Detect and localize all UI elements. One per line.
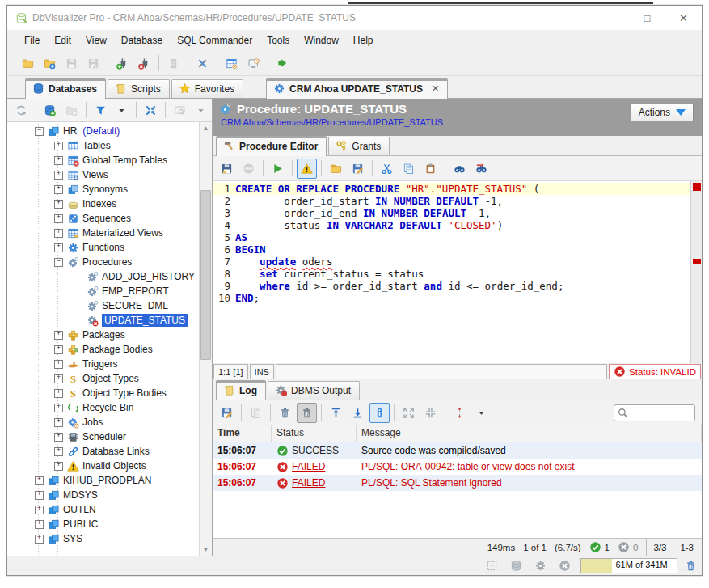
connect-button[interactable]: [112, 53, 133, 74]
expand-icon[interactable]: +: [54, 156, 63, 165]
continue-execution-button[interactable]: [272, 53, 293, 74]
menu-file[interactable]: File: [17, 32, 47, 49]
log-column-message[interactable]: Message: [357, 425, 702, 442]
scroll-to-bottom-button[interactable]: [348, 403, 368, 423]
expand-icon[interactable]: +: [54, 243, 63, 252]
scroll-up-icon[interactable]: ▲: [200, 122, 212, 134]
expand-icon[interactable]: +: [54, 200, 63, 209]
scroll-to-top-button[interactable]: [326, 403, 346, 423]
log-row[interactable]: 15:06:07SUCCESSSource code was compiled/…: [213, 442, 702, 459]
filter-connections-button[interactable]: [91, 100, 111, 121]
expand-icon[interactable]: +: [54, 171, 63, 180]
tree-item-sequences[interactable]: +Sequences: [7, 211, 200, 226]
tab-favorites[interactable]: Favorites: [171, 79, 243, 98]
tree-item-recycle-bin[interactable]: +Recycle Bin: [7, 400, 200, 415]
expand-icon[interactable]: +: [54, 462, 63, 471]
filter-dropdown-button[interactable]: [112, 100, 133, 121]
tree-item-views[interactable]: +Views: [7, 167, 200, 182]
scrollbar-thumb[interactable]: [200, 190, 211, 360]
tree-item-packages[interactable]: +Packages: [7, 328, 200, 342]
tool-properties-button[interactable]: [192, 53, 213, 74]
scroll-down-icon[interactable]: ▼: [200, 544, 212, 556]
export-log-button[interactable]: [217, 403, 237, 423]
menu-tools[interactable]: Tools: [260, 32, 297, 49]
cut-button[interactable]: [377, 159, 397, 179]
expand-icon[interactable]: +: [35, 476, 44, 485]
show-log-details-button[interactable]: [369, 403, 390, 423]
open-file-settings-button[interactable]: [40, 53, 60, 74]
expand-icon[interactable]: +: [35, 506, 44, 514]
tree-scrollbar[interactable]: ▲ ▼: [199, 122, 212, 556]
expand-icon[interactable]: +: [54, 345, 63, 354]
tree-item-scheduler[interactable]: +Scheduler: [7, 429, 200, 444]
toolbar-grip[interactable]: [9, 54, 15, 72]
tree-item-emp-report[interactable]: EMP_REPORT: [7, 284, 200, 298]
tab-crm-ahoa-update-status[interactable]: CRM Ahoa UPDATE_STATUS✕: [266, 78, 448, 99]
tree-item-mdsys[interactable]: +MDSYS: [7, 488, 200, 502]
actions-button[interactable]: Actions: [631, 104, 694, 121]
tree-item-invalid-objects[interactable]: +Invalid Objects: [7, 459, 200, 473]
tasks-indicator-button[interactable]: [530, 556, 551, 576]
menu-window[interactable]: Window: [297, 32, 346, 49]
expand-icon[interactable]: +: [54, 433, 63, 442]
menu-view[interactable]: View: [78, 32, 114, 49]
expand-icon[interactable]: +: [35, 535, 44, 544]
find-replace-button[interactable]: [471, 159, 492, 179]
expand-icon[interactable]: +: [54, 418, 63, 427]
code-line-9[interactable]: 9 where id >= order_id_start and id <= o…: [213, 280, 691, 292]
code-line-7[interactable]: 7 update oders: [213, 256, 691, 268]
tab-grants[interactable]: Grants: [328, 137, 390, 155]
locate-object-button[interactable]: [170, 100, 190, 121]
expand-icon[interactable]: +: [54, 331, 63, 340]
tree-item-object-types[interactable]: +SObject Types: [7, 371, 200, 386]
expand-icon[interactable]: +: [35, 491, 44, 500]
tree-item-database-links[interactable]: +Database Links: [7, 444, 200, 459]
log-column-status[interactable]: Status: [272, 425, 357, 442]
collapse-icon[interactable]: −: [35, 127, 44, 136]
tab-procedure-editor[interactable]: Procedure Editor: [216, 136, 327, 156]
tree-item-functions[interactable]: +Functions: [7, 240, 200, 255]
tree-item-kihub-prodplan[interactable]: +KIHUB_PRODPLAN: [7, 473, 200, 488]
log-row[interactable]: 15:06:07FAILEDPL/SQL: ORA-00942: table o…: [213, 459, 702, 475]
tree-item-materialized-views[interactable]: +Materialized Views: [7, 226, 200, 240]
compile-procedure-button[interactable]: [268, 159, 288, 179]
expand-icon[interactable]: +: [54, 447, 63, 456]
tree-item-secure-dml[interactable]: SECURE_DML: [7, 298, 200, 313]
find-button[interactable]: [449, 159, 470, 179]
tree-item-triggers[interactable]: +Triggers: [7, 357, 200, 371]
close-tab-icon[interactable]: ✕: [432, 83, 439, 94]
search-input[interactable]: [631, 407, 691, 418]
paste-button[interactable]: [420, 159, 441, 179]
tree-item-update-status[interactable]: UPDATE_STATUS: [7, 313, 200, 328]
disconnect-button[interactable]: [134, 53, 154, 74]
load-from-file-button[interactable]: [326, 159, 346, 179]
tree-item-global-temp-tables[interactable]: +Global Temp Tables: [7, 153, 200, 167]
tree-item-synonyms[interactable]: +Synonyms: [7, 182, 200, 197]
log-row[interactable]: 15:06:07FAILEDPL/SQL: SQL Statement igno…: [213, 475, 702, 491]
database-server-button[interactable]: [163, 53, 184, 74]
maximize-button[interactable]: □: [629, 6, 665, 30]
code-line-1[interactable]: 1CREATE OR REPLACE PROCEDURE "HR"."UPDAT…: [213, 183, 691, 195]
expand-icon[interactable]: +: [54, 374, 63, 383]
tab-dbms-output[interactable]: DBMS Output: [268, 381, 360, 400]
code-line-4[interactable]: 4 status IN VARCHAR2 DEFAULT 'CLOSED'): [213, 219, 691, 231]
tab-databases[interactable]: Databases: [25, 78, 106, 99]
copy-button[interactable]: [399, 159, 419, 179]
expand-icon[interactable]: +: [35, 520, 44, 529]
split-marker-button[interactable]: [449, 403, 470, 423]
save-procedure-button[interactable]: [217, 159, 237, 179]
close-button[interactable]: ✕: [665, 6, 702, 30]
tree-item-procedures[interactable]: −Procedures: [7, 255, 200, 269]
refresh-objects-button[interactable]: [11, 100, 32, 121]
collapse-icon[interactable]: −: [54, 258, 63, 267]
expand-icon[interactable]: +: [54, 142, 63, 150]
clear-on-execute-button[interactable]: [297, 403, 317, 423]
tree-item-jobs[interactable]: +Jobs: [7, 415, 200, 429]
expand-all-log-button[interactable]: [399, 403, 419, 423]
create-connection-button[interactable]: [40, 100, 61, 121]
save-button[interactable]: [61, 53, 82, 74]
errors-indicator-button[interactable]: [555, 556, 575, 576]
tree-item-package-bodies[interactable]: +Package Bodies: [7, 342, 200, 357]
code-line-6[interactable]: 6BEGIN: [213, 243, 691, 256]
copy-log-button[interactable]: [246, 403, 266, 423]
